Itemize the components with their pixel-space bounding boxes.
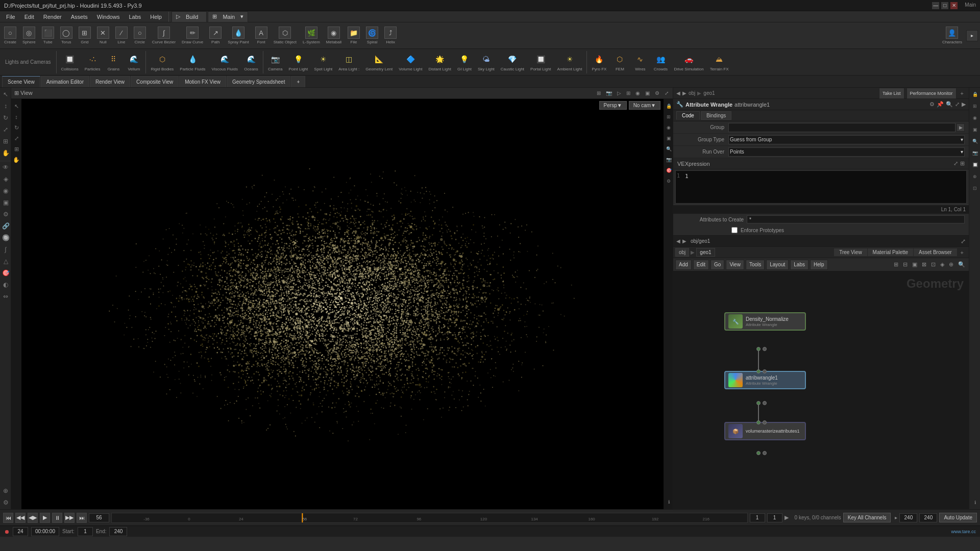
net-path-obj[interactable]: obj xyxy=(675,248,689,257)
light-sky-light[interactable]: 🌤 Sky Light xyxy=(475,52,497,73)
sidebar-soft[interactable]: 🔘 xyxy=(0,232,11,243)
aw1-out-1[interactable] xyxy=(756,401,761,405)
net-expand-icon[interactable]: ⤢ xyxy=(961,238,966,245)
re-icon-2[interactable]: ⊞ xyxy=(969,101,980,112)
path-geo1[interactable]: geo1 xyxy=(703,90,715,96)
vp-right-4[interactable]: ▣ xyxy=(664,133,673,143)
build-btn[interactable]: ▷ Build xyxy=(172,11,207,22)
tool-spiral[interactable]: 🌀 Spiral xyxy=(364,26,380,45)
tool-create[interactable]: ○ Create xyxy=(2,26,18,45)
enforce-prototypes-checkbox[interactable] xyxy=(731,227,738,233)
workspace-dropdown[interactable]: ⊞ Main ▾ xyxy=(208,11,248,22)
menu-edit[interactable]: Edit xyxy=(20,13,38,21)
vp-right-1[interactable]: 🔒 xyxy=(664,101,673,111)
net-tab-add[interactable]: + xyxy=(958,248,967,257)
record-btn[interactable]: ⏺ xyxy=(4,529,10,535)
net-help-btn[interactable]: Help xyxy=(810,260,828,270)
tab-bindings[interactable]: Bindings xyxy=(701,111,731,120)
tab-motion-fx[interactable]: Motion FX View xyxy=(179,76,226,87)
light-rigid-bodies[interactable]: ⬡ Rigid Bodies xyxy=(148,52,176,73)
dn-out-1[interactable] xyxy=(756,347,761,351)
sidebar-transform[interactable]: ⊞ xyxy=(0,136,11,147)
range-end-input[interactable] xyxy=(767,513,782,522)
pb-pause[interactable]: ⏸ xyxy=(52,513,62,523)
tool-path[interactable]: ↗ Path xyxy=(207,26,224,45)
node-canvas[interactable]: Geometry 🔧 Density_Normalize Attribute W… xyxy=(673,271,969,509)
global-range-end[interactable] xyxy=(919,513,937,522)
net-icon-5[interactable]: ⊡ xyxy=(929,261,937,268)
vp-snap-icon[interactable]: ⊞ xyxy=(597,90,601,96)
light-particle-fluids[interactable]: 💧 Particle Fluids xyxy=(177,52,208,73)
light-geometry-lent[interactable]: 📐 Geometry Lent xyxy=(363,52,395,73)
vp-right-6[interactable]: 📷 xyxy=(664,155,673,165)
prop-search-icon[interactable]: 🔍 xyxy=(946,101,953,108)
sidebar-deform[interactable]: △ xyxy=(0,256,11,267)
dn-out-2[interactable] xyxy=(763,347,767,351)
tool-file[interactable]: 📁 File xyxy=(346,26,362,45)
pb-step-end[interactable]: ⏭ xyxy=(77,513,87,523)
light-gi-light[interactable]: 💡 GI Light xyxy=(455,52,474,73)
net-back-btn[interactable]: ◀ xyxy=(676,238,680,244)
re-icon-bottom[interactable]: ℹ xyxy=(969,497,980,508)
light-grains[interactable]: ⠿ Grains xyxy=(104,52,123,73)
node-volumerasterize[interactable]: 📦 volumerasterizeattributes1 xyxy=(724,422,806,440)
pb-play-back[interactable]: ◀▶ xyxy=(28,513,38,523)
sidebar-output[interactable]: ▣ xyxy=(0,197,11,208)
vex-expand-icon[interactable]: ⤢ xyxy=(953,160,958,167)
net-icon-6[interactable]: ◈ xyxy=(939,261,946,268)
tool-draw-curve[interactable]: ✏ Draw Curve xyxy=(180,26,205,45)
vp-right-info[interactable]: ℹ xyxy=(664,497,673,507)
run-over-select[interactable]: Points ▾ xyxy=(728,147,965,157)
net-icon-7[interactable]: ⊕ xyxy=(947,261,955,268)
re-icon-3[interactable]: ◉ xyxy=(969,112,980,123)
vex-code-container[interactable]: 1 1 xyxy=(675,170,967,204)
aw1-out-2[interactable] xyxy=(763,401,767,405)
pb-play[interactable]: ▶ xyxy=(40,513,50,523)
props-add-tab[interactable]: + xyxy=(959,90,966,96)
performance-monitor-btn[interactable]: Performance Monitor xyxy=(906,88,957,99)
light-terrain-fx[interactable]: ⛰ Terrain FX xyxy=(707,52,731,73)
net-add-btn[interactable]: Add xyxy=(675,260,692,270)
tab-animation-editor[interactable]: Animation Editor xyxy=(41,76,89,87)
light-fem[interactable]: ⬡ FEM xyxy=(610,52,629,73)
maximize-btn[interactable]: □ xyxy=(941,2,948,9)
vp-left-scale[interactable]: ⤢ xyxy=(11,133,21,143)
sidebar-move[interactable]: ↕ xyxy=(0,101,11,112)
nocam-btn[interactable]: No cam▼ xyxy=(629,101,660,110)
global-range-start[interactable] xyxy=(899,513,917,522)
tab-code[interactable]: Code xyxy=(676,111,700,120)
auto-update-btn[interactable]: Auto Update xyxy=(939,513,977,522)
light-wires[interactable]: ∿ Wires xyxy=(630,52,650,73)
sidebar-param[interactable]: ⚙ xyxy=(0,209,11,220)
net-tab-asset-browser[interactable]: Asset Browser xyxy=(914,248,957,256)
menu-windows[interactable]: Windows xyxy=(93,13,124,21)
light-area-light[interactable]: ◫ Area Light : xyxy=(336,52,362,73)
path-obj[interactable]: obj xyxy=(689,90,695,96)
sidebar-curve[interactable]: ∫ xyxy=(0,244,11,255)
vp-left-move[interactable]: ↕ xyxy=(11,112,21,122)
take-list-btn[interactable]: Take List xyxy=(879,88,904,99)
path-nav-back[interactable]: ◀ xyxy=(676,90,680,96)
light-pyro-fx[interactable]: 🔥 Pyro FX xyxy=(589,52,609,73)
minimize-btn[interactable]: — xyxy=(932,2,939,9)
vex-textarea[interactable]: 1 xyxy=(676,171,966,203)
net-icon-2[interactable]: ⊟ xyxy=(901,261,909,268)
menu-render[interactable]: Render xyxy=(39,13,66,21)
light-spot-light[interactable]: ☀ Spot Light xyxy=(311,52,335,73)
sidebar-visible[interactable]: 👁 xyxy=(0,162,11,173)
prop-gear-icon[interactable]: ⚙ xyxy=(929,101,935,108)
sidebar-bottom-1[interactable]: ⊕ xyxy=(0,485,11,496)
aw1-in-1[interactable] xyxy=(756,369,761,373)
light-ambient[interactable]: ☀ Ambient Light xyxy=(555,52,585,73)
vp-right-5[interactable]: 🔍 xyxy=(664,144,673,154)
group-type-select[interactable]: Guess from Group ▾ xyxy=(728,135,965,144)
tool-spray-paint[interactable]: 💧 Spray Paint xyxy=(226,26,251,45)
light-distant-light[interactable]: 🌟 Distant Light xyxy=(426,52,453,73)
pb-step-start[interactable]: ⏮ xyxy=(3,513,13,523)
sidebar-handle[interactable]: ✋ xyxy=(0,147,11,159)
tab-scene-view[interactable]: Scene View xyxy=(2,76,40,87)
sidebar-template[interactable]: ◈ xyxy=(0,173,11,185)
end-frame-input[interactable] xyxy=(109,527,127,536)
prop-expand-icon[interactable]: ⤢ xyxy=(955,101,960,108)
menu-labs[interactable]: Labs xyxy=(125,13,145,21)
